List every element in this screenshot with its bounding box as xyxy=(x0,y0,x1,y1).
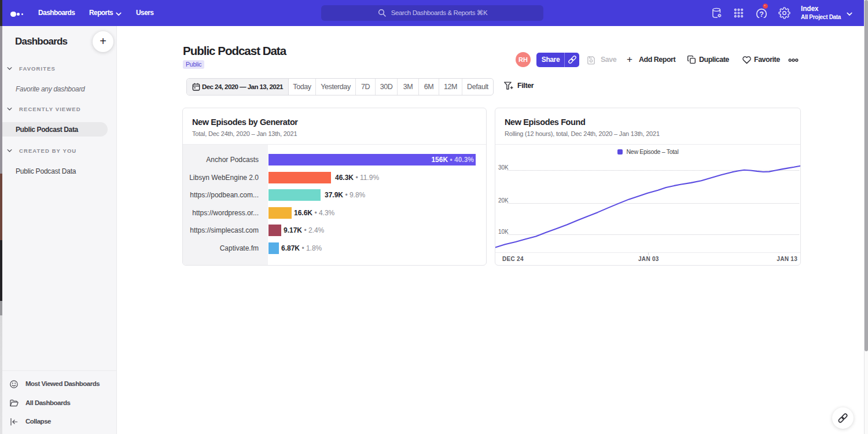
svg-text:?: ? xyxy=(759,10,764,19)
